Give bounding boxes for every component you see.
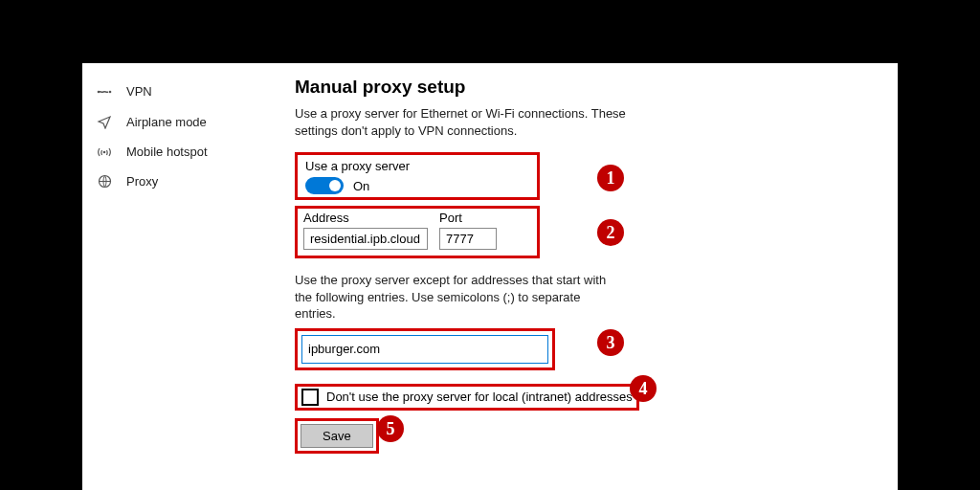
section-title: Manual proxy setup [295,77,875,98]
vpn-icon [96,86,113,98]
annotation-badge-3: 3 [597,329,624,356]
address-label: Address [303,211,428,225]
globe-icon [96,174,113,189]
svg-point-2 [103,150,106,153]
highlight-bypass-local: Don't use the proxy server for local (in… [295,384,639,411]
airplane-icon [96,114,113,129]
use-proxy-label: Use a proxy server [305,159,529,173]
bypass-local-checkbox[interactable] [301,389,319,406]
port-input[interactable] [439,228,497,250]
section-description: Use a proxy server for Ethernet or Wi-Fi… [295,105,658,139]
save-button[interactable]: Save [301,424,373,448]
annotation-badge-2: 2 [597,219,624,246]
exceptions-input[interactable] [301,335,548,364]
address-input[interactable] [303,228,428,250]
sidebar-item-label: Airplane mode [126,115,207,129]
annotation-badge-4: 4 [630,375,657,402]
sidebar-item-hotspot[interactable]: Mobile hotspot [82,137,272,167]
use-proxy-toggle[interactable] [305,177,344,194]
sidebar-item-proxy[interactable]: Proxy [82,167,272,196]
annotation-badge-5: 5 [377,415,404,442]
highlight-save: Save [295,418,379,454]
sidebar-item-vpn[interactable]: VPN [82,77,272,106]
port-label: Port [439,211,497,225]
highlight-use-proxy: Use a proxy server On [295,152,540,200]
highlight-exceptions [295,328,555,370]
toggle-state-text: On [353,179,369,193]
annotation-badge-1: 1 [597,165,624,191]
sidebar: VPN Airplane mode Mobile hotspot Proxy [82,63,272,490]
sidebar-item-label: Mobile hotspot [126,145,208,159]
highlight-address-port: Address Port [295,206,540,258]
bypass-local-label: Don't use the proxy server for local (in… [326,390,633,404]
sidebar-item-label: VPN [126,84,152,99]
settings-window: VPN Airplane mode Mobile hotspot Proxy M… [82,63,898,490]
svg-point-1 [109,90,112,93]
main-panel: Manual proxy setup Use a proxy server fo… [272,63,898,490]
sidebar-item-airplane[interactable]: Airplane mode [82,106,272,137]
hotspot-icon [96,145,113,159]
sidebar-item-label: Proxy [126,174,158,189]
except-description: Use the proxy server except for addresse… [295,272,620,323]
svg-point-0 [98,90,100,93]
